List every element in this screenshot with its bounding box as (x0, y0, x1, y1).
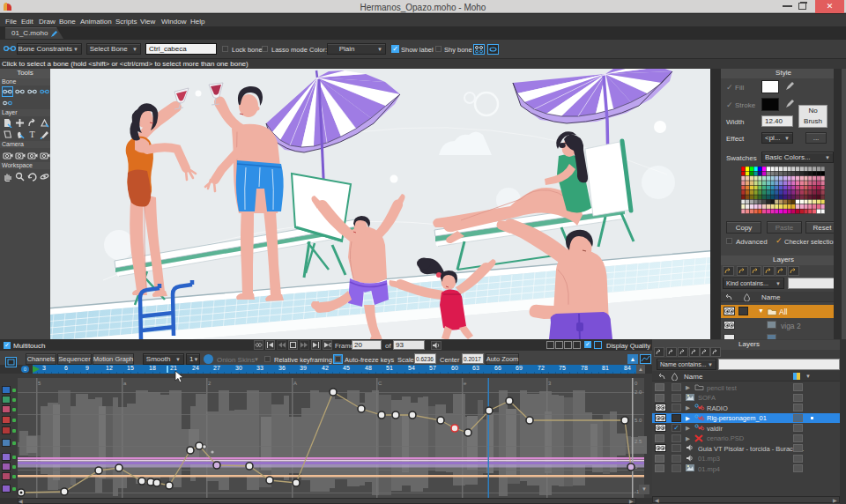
svg-text:C: C (378, 381, 382, 386)
svg-text:5.0: 5.0 (634, 418, 642, 423)
svg-text:2.0: 2.0 (634, 389, 642, 395)
svg-text:A: A (293, 381, 297, 386)
svg-text:2.5: 2.5 (634, 439, 642, 444)
